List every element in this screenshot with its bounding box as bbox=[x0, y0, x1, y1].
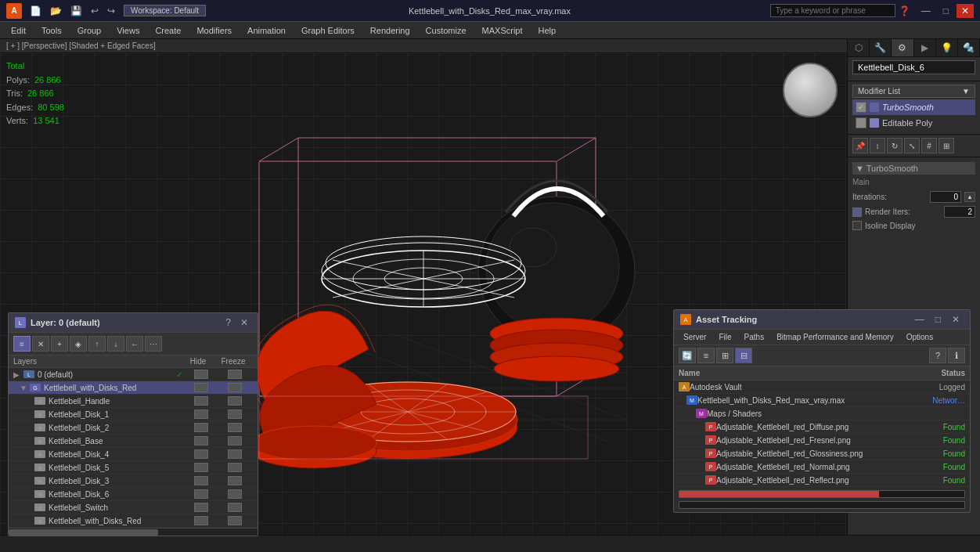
render-iters-input[interactable] bbox=[944, 206, 975, 218]
menu-graph-editors[interactable]: Graph Editors bbox=[294, 24, 362, 37]
redo-icon[interactable]: ↪ bbox=[104, 4, 118, 18]
menu-group[interactable]: Group bbox=[70, 24, 110, 37]
asset-menu-paths[interactable]: Paths bbox=[738, 331, 771, 343]
layer-freeze-box[interactable] bbox=[228, 489, 242, 499]
layer-panel-close[interactable]: ✕ bbox=[237, 316, 251, 329]
layer-tool-delete[interactable]: ✕ bbox=[32, 336, 49, 352]
help-icon[interactable]: ❓ bbox=[899, 5, 910, 16]
asset-tool-refresh[interactable]: 🔄 bbox=[679, 348, 696, 363]
layer-freeze-box[interactable] bbox=[228, 409, 242, 419]
asset-menu-bitmap[interactable]: Bitmap Performance and Memory bbox=[770, 331, 900, 343]
layer-item[interactable]: ○ Kettlebell_Disk_1 bbox=[9, 408, 258, 421]
rtab-motion[interactable]: ▶ bbox=[914, 39, 936, 56]
layer-freeze-box[interactable] bbox=[228, 463, 242, 472]
asset-item[interactable]: P Adjustable_Kettlebell_red_Fresnel.png … bbox=[674, 434, 970, 447]
layer-freeze-box[interactable] bbox=[228, 516, 242, 525]
iterations-input[interactable] bbox=[930, 191, 961, 203]
layer-freeze-box[interactable] bbox=[228, 423, 242, 432]
layer-visibility-box[interactable] bbox=[194, 489, 208, 499]
rtab-display[interactable]: ⬡ bbox=[848, 39, 870, 56]
asset-tool-expand[interactable]: ⊞ bbox=[716, 348, 733, 363]
layer-item[interactable]: ▼ G Kettlebell_with_Disks_Red bbox=[9, 381, 258, 395]
rtab-hierarchy[interactable]: ⚙ bbox=[892, 39, 913, 56]
modifier-editable-poly[interactable]: Editable Poly bbox=[852, 115, 975, 131]
layer-item[interactable]: ○ Kettlebell_Disk_3 bbox=[9, 474, 258, 488]
layer-tool-move-left[interactable]: ← bbox=[126, 336, 143, 352]
layer-item[interactable]: ○ Kettlebell_Disk_2 bbox=[9, 421, 258, 435]
modifier-turbosmooth[interactable]: ✓ TurboSmooth bbox=[852, 99, 975, 115]
asset-item[interactable]: A Autodesk Vault Logged bbox=[674, 381, 970, 394]
menu-views[interactable]: Views bbox=[109, 24, 147, 37]
layer-freeze-box[interactable] bbox=[228, 503, 242, 512]
menu-rendering[interactable]: Rendering bbox=[362, 24, 418, 37]
menu-modifiers[interactable]: Modifiers bbox=[189, 24, 240, 37]
layer-scrollbar-thumb[interactable] bbox=[9, 529, 158, 536]
layer-item[interactable]: ○ Kettlebell_Disk_4 bbox=[9, 448, 258, 461]
move-tool[interactable]: ↕ bbox=[870, 138, 885, 153]
asset-menu-server[interactable]: Server bbox=[677, 331, 712, 343]
asset-item[interactable]: P Adjustable_Kettlebell_red_Diffuse.png … bbox=[674, 420, 970, 434]
layer-item[interactable]: ○ Kettlebell_Disk_5 bbox=[9, 461, 258, 474]
asset-item[interactable]: P Adjustable_Kettlebell_red_Reflect.png … bbox=[674, 474, 970, 487]
layer-visibility-box[interactable] bbox=[194, 436, 208, 446]
asset-menu-options[interactable]: Options bbox=[900, 331, 939, 343]
layer-freeze-box[interactable] bbox=[228, 396, 242, 406]
asset-tool-help[interactable]: ? bbox=[929, 348, 946, 363]
layer-tool-layers[interactable]: ≡ bbox=[13, 336, 31, 352]
layer-freeze-box[interactable] bbox=[228, 436, 242, 446]
asset-tool-list[interactable]: ≡ bbox=[697, 348, 715, 363]
layer-visibility-box[interactable] bbox=[194, 383, 208, 392]
modifier-check-turbosmooth[interactable]: ✓ bbox=[856, 102, 867, 113]
layer-item[interactable]: ○ Kettlebell_Disk_6 bbox=[9, 488, 258, 501]
workspace-button[interactable]: Workspace: Default bbox=[124, 5, 206, 16]
pin-tool[interactable]: 📌 bbox=[852, 138, 868, 153]
minimize-button[interactable]: — bbox=[917, 4, 935, 18]
isoline-checkbox[interactable] bbox=[852, 221, 862, 230]
asset-item[interactable]: M Maps / Shaders bbox=[674, 407, 970, 420]
layer-freeze-box[interactable] bbox=[228, 370, 242, 379]
menu-help[interactable]: Help bbox=[531, 24, 564, 37]
undo-icon[interactable]: ↩ bbox=[88, 4, 102, 18]
maximize-button[interactable]: □ bbox=[939, 4, 953, 18]
rtab-modify[interactable]: 🔧 bbox=[870, 39, 892, 56]
menu-animation[interactable]: Animation bbox=[240, 24, 294, 37]
layer-panel-header[interactable]: L Layer: 0 (default) ? ✕ bbox=[9, 313, 258, 333]
layer-visibility-box[interactable] bbox=[194, 463, 208, 472]
layer-visibility-box[interactable] bbox=[194, 370, 208, 379]
grid-tool[interactable]: # bbox=[921, 138, 937, 153]
layer-freeze-box[interactable] bbox=[228, 383, 242, 392]
iterations-up[interactable]: ▲ bbox=[964, 192, 975, 202]
scale-tool[interactable]: ⤡ bbox=[904, 138, 920, 153]
layer-item[interactable]: ○ Kettlebell_with_Disks_Red bbox=[9, 514, 258, 528]
modifier-dropdown-icon[interactable]: ▼ bbox=[962, 87, 970, 96]
menu-edit[interactable]: Edit bbox=[3, 24, 34, 37]
rtab-lights[interactable]: 💡 bbox=[936, 39, 958, 56]
asset-close-button[interactable]: ✕ bbox=[948, 313, 964, 326]
layer-item[interactable]: ○ Kettlebell_Handle bbox=[9, 395, 258, 408]
layer-tool-move-up[interactable]: ↑ bbox=[88, 336, 106, 352]
asset-tool-grid[interactable]: ⊟ bbox=[735, 348, 752, 363]
layer-tool-select[interactable]: ◈ bbox=[70, 336, 87, 352]
asset-minimize-button[interactable]: — bbox=[911, 313, 928, 326]
layer-visibility-box[interactable] bbox=[194, 449, 208, 459]
object-name-field[interactable] bbox=[852, 60, 975, 74]
layer-freeze-box[interactable] bbox=[228, 449, 242, 459]
layer-tool-move-down[interactable]: ↓ bbox=[107, 336, 124, 352]
layer-panel-question[interactable]: ? bbox=[222, 316, 234, 329]
menu-maxscript[interactable]: MAXScript bbox=[474, 24, 531, 37]
layer-tool-options[interactable]: ⋯ bbox=[145, 336, 162, 352]
rtab-utilities[interactable]: 🔩 bbox=[958, 39, 980, 56]
asset-item[interactable]: P Adjustable_Kettlebell_red_Glossiness.p… bbox=[674, 447, 970, 460]
render-iters-checkbox[interactable] bbox=[852, 207, 862, 217]
menu-tools[interactable]: Tools bbox=[34, 24, 70, 37]
asset-tool-info[interactable]: ℹ bbox=[948, 348, 965, 363]
asset-menu-file[interactable]: File bbox=[712, 331, 737, 343]
asset-item[interactable]: M Kettlebell_with_Disks_Red_max_vray.max… bbox=[674, 394, 970, 407]
layer-visibility-box[interactable] bbox=[194, 503, 208, 512]
layer-item[interactable]: ○ Kettlebell_Base bbox=[9, 435, 258, 448]
asset-item[interactable]: P Adjustable_Kettlebell_red_Normal.png F… bbox=[674, 460, 970, 474]
menu-create[interactable]: Create bbox=[147, 24, 189, 37]
asset-maximize-button[interactable]: □ bbox=[931, 313, 945, 326]
layer-item[interactable]: ○ Kettlebell_Switch bbox=[9, 501, 258, 514]
layer-visibility-box[interactable] bbox=[194, 409, 208, 419]
